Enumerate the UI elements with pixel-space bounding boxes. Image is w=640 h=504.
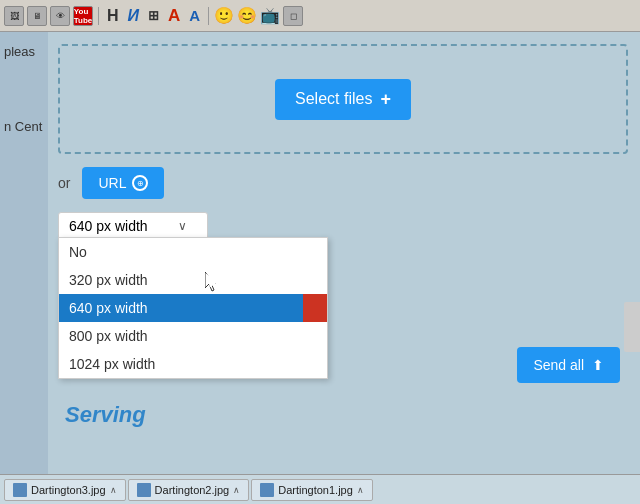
left-label-strip: pleas n Cent: [0, 32, 48, 474]
toolbar-extra-icon[interactable]: ◻: [283, 6, 303, 26]
serving-text: Serving: [65, 402, 146, 428]
chevron-down-icon: ∨: [178, 219, 187, 233]
toolbar-letter-a-blue[interactable]: A: [186, 7, 203, 24]
toolbar-grid-icon[interactable]: ⊞: [145, 8, 162, 23]
select-files-button[interactable]: Select files +: [275, 79, 411, 120]
toolbar-youtube-icon[interactable]: YouTube: [73, 6, 93, 26]
taskbar-item-1-label: Dartington3.jpg: [31, 484, 106, 496]
width-dropdown-trigger[interactable]: 640 px width ∨: [58, 212, 208, 240]
dropdown-item-320-label: 320 px width: [69, 272, 148, 288]
toolbar-letter-a-red[interactable]: A: [165, 6, 183, 26]
taskbar-item-3[interactable]: Dartington1.jpg ∧: [251, 479, 373, 501]
toolbar-monitor-icon[interactable]: 🖥: [27, 6, 47, 26]
taskbar-item-1[interactable]: Dartington3.jpg ∧: [4, 479, 126, 501]
dropdown-selected-accent: [303, 294, 327, 322]
dropdown-item-320[interactable]: 320 px width: [59, 266, 327, 294]
left-label-cent: n Cent: [0, 119, 42, 134]
or-row: or URL ⊕: [58, 167, 164, 199]
dropdown-item-1024-label: 1024 px width: [69, 356, 155, 372]
taskbar-icon-2: [137, 483, 151, 497]
taskbar-icon-1: [13, 483, 27, 497]
or-label: or: [58, 175, 70, 191]
taskbar-item-1-chevron: ∧: [110, 485, 117, 495]
toolbar-letter-h[interactable]: H: [104, 7, 122, 25]
dropdown-item-no[interactable]: No: [59, 238, 327, 266]
toolbar-emoji-smile2[interactable]: 😊: [237, 6, 257, 25]
dropdown-item-640[interactable]: 640 px width: [59, 294, 327, 322]
toolbar-emoji-smile[interactable]: 🙂: [214, 6, 234, 25]
taskbar-item-2[interactable]: Dartington2.jpg ∧: [128, 479, 250, 501]
width-dropdown: No 320 px width 640 px width 800 px widt…: [58, 237, 328, 379]
taskbar-icon-3: [260, 483, 274, 497]
send-all-upload-icon: ⬆: [592, 357, 604, 373]
dropdown-item-1024[interactable]: 1024 px width: [59, 350, 327, 378]
width-selector-row: 640 px width ∨: [58, 212, 208, 240]
upload-dropzone[interactable]: Select files +: [58, 44, 628, 154]
dropdown-item-640-label: 640 px width: [69, 300, 148, 316]
select-files-label: Select files: [295, 90, 372, 108]
left-label-pleas: pleas: [0, 44, 35, 59]
right-scroll-bar[interactable]: [624, 302, 640, 352]
toolbar-emoji-tv[interactable]: 📺: [260, 6, 280, 25]
width-current-value: 640 px width: [69, 218, 148, 234]
send-all-label: Send all: [533, 357, 584, 373]
taskbar: Dartington3.jpg ∧ Dartington2.jpg ∧ Dart…: [0, 474, 640, 504]
dropdown-item-800[interactable]: 800 px width: [59, 322, 327, 350]
toolbar-img-icon[interactable]: 🖼: [4, 6, 24, 26]
dropdown-item-800-label: 800 px width: [69, 328, 148, 344]
send-all-button[interactable]: Send all ⬆: [517, 347, 620, 383]
taskbar-item-2-label: Dartington2.jpg: [155, 484, 230, 496]
taskbar-item-3-chevron: ∧: [357, 485, 364, 495]
url-button[interactable]: URL ⊕: [82, 167, 164, 199]
globe-icon: ⊕: [132, 175, 148, 191]
toolbar-separator-1: [98, 7, 99, 25]
main-content: pleas n Cent Select files + or URL ⊕ 640…: [0, 32, 640, 474]
toolbar: 🖼 🖥 👁 YouTube H И ⊞ A A 🙂 😊 📺 ◻: [0, 0, 640, 32]
plus-icon: +: [380, 89, 391, 110]
dropdown-item-no-label: No: [69, 244, 87, 260]
toolbar-letter-i[interactable]: И: [125, 7, 143, 25]
toolbar-eye-icon[interactable]: 👁: [50, 6, 70, 26]
toolbar-separator-2: [208, 7, 209, 25]
taskbar-item-2-chevron: ∧: [233, 485, 240, 495]
url-label: URL: [98, 175, 126, 191]
taskbar-item-3-label: Dartington1.jpg: [278, 484, 353, 496]
